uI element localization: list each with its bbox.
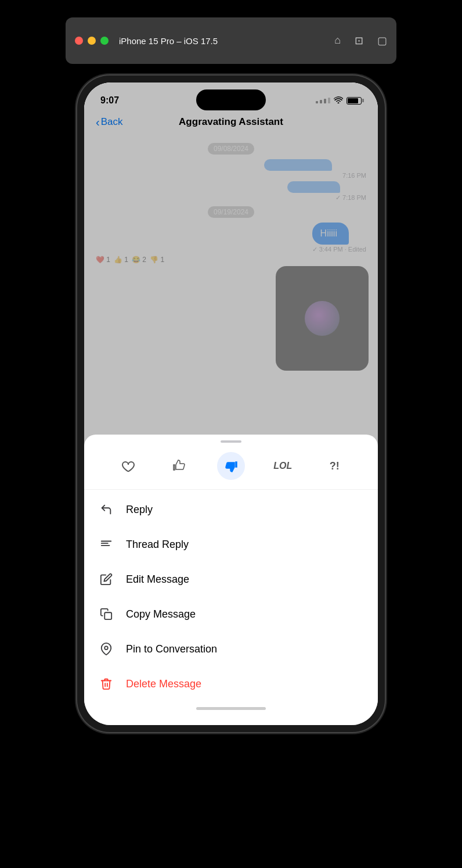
fullscreen-button[interactable] (100, 37, 109, 45)
iphone-screen: 9:07 (84, 83, 378, 725)
titlebar-icons: ⌂ ⊡ ▢ (334, 34, 387, 47)
react-lol-button[interactable]: LOL (269, 452, 297, 480)
emphasis-label: ?! (330, 460, 340, 472)
context-menu: Reply Thread Reply (84, 490, 378, 704)
edit-message-label: Edit Message (126, 573, 189, 586)
sheet-handle (221, 440, 241, 443)
copy-message-label: Copy Message (126, 608, 196, 620)
minimize-button[interactable] (88, 37, 96, 45)
window-title: iPhone 15 Pro – iOS 17.5 (119, 36, 330, 46)
edit-message-icon (98, 571, 114, 587)
react-emphasis-button[interactable]: ?! (320, 452, 348, 480)
pin-icon (98, 641, 114, 657)
bottom-sheet: LOL ?! Reply (84, 435, 378, 725)
react-thumbsdown-button[interactable] (217, 452, 245, 480)
lol-label: LOL (273, 461, 292, 471)
thread-reply-button[interactable]: Thread Reply (84, 527, 378, 562)
reply-button[interactable]: Reply (84, 492, 378, 527)
svg-point-4 (104, 646, 108, 650)
react-heart-button[interactable] (114, 452, 142, 480)
thread-reply-icon (98, 536, 114, 553)
pin-conversation-button[interactable]: Pin to Conversation (84, 632, 378, 666)
square-icon[interactable]: ▢ (377, 34, 387, 47)
camera-icon[interactable]: ⊡ (355, 34, 363, 47)
reply-label: Reply (126, 504, 153, 516)
thread-reply-label: Thread Reply (126, 539, 189, 551)
delete-message-label: Delete Message (126, 678, 201, 690)
copy-message-button[interactable]: Copy Message (84, 597, 378, 632)
pin-conversation-label: Pin to Conversation (126, 643, 217, 655)
delete-message-button[interactable]: Delete Message (84, 666, 378, 701)
svg-rect-3 (104, 612, 111, 619)
emoji-reaction-row: LOL ?! (84, 452, 378, 490)
title-bar: iPhone 15 Pro – iOS 17.5 ⌂ ⊡ ▢ (66, 17, 396, 64)
reply-icon (98, 501, 114, 518)
edit-message-button[interactable]: Edit Message (84, 562, 378, 597)
delete-icon (98, 676, 114, 692)
copy-message-icon (98, 606, 114, 622)
home-icon[interactable]: ⌂ (334, 34, 341, 47)
iphone-frame: 9:07 (77, 76, 385, 732)
react-thumbsup-button[interactable] (165, 452, 193, 480)
home-indicator (196, 707, 266, 710)
close-button[interactable] (75, 37, 83, 45)
